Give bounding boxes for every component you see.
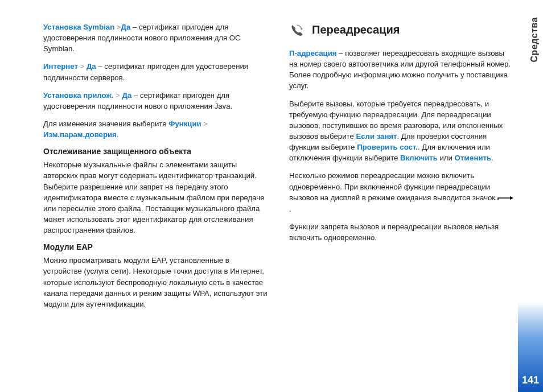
para-eap: Можно просматривать модули EAP, установл… [43,255,269,310]
separator: > [113,91,122,100]
para-forwarding-intro: П-адресация – позволяет переадресовать в… [289,48,515,92]
side-label: Средства [529,17,540,62]
para-change-value: Для изменения значения выберите Функции … [43,118,269,140]
left-column: Установка Symbian >Да – сертификат приго… [43,22,269,316]
para-forward-restrict: Функции запрета вызовов и переадресации … [289,221,515,243]
para-app-install: Установка прилож. > Да – сертификат приг… [43,90,269,112]
side-strip: Средства 141 [518,0,543,392]
heading-eap: Модули EAP [43,242,269,251]
text: . [289,205,291,213]
separator: > [114,23,121,31]
right-column: Переадресация П-адресация – позволяет пе… [289,22,515,316]
link-yes: Да [122,91,131,100]
text: . [491,154,493,162]
svg-marker-1 [510,196,513,200]
link-yes: Да [121,23,131,31]
link-internet: Интернет [43,62,78,71]
page-number: 141 [518,374,543,386]
link-cancel: Отменить [455,154,491,162]
heading-tracking: Отслеживание защищенного объекта [43,147,269,156]
text: Несколько режимов переадресации можно вк… [289,171,497,201]
separator: > [78,62,87,71]
text: Для изменения значения выберите [43,119,168,128]
link-enable: Включить [400,154,438,162]
para-forward-modes: Несколько режимов переадресации можно вк… [289,170,515,214]
para-symbian: Установка Symbian >Да – сертификат приго… [43,22,269,54]
link-change-trust: Изм.парам.доверия [43,130,117,139]
text: или [438,154,455,162]
call-forward-icon [289,23,304,38]
link-if-busy: Если занят [356,132,397,141]
para-internet: Интернет > Да – сертификат пригоден для … [43,61,269,82]
link-check-status: Проверить сост. [357,143,418,151]
forward-indicator-icon [497,193,515,204]
text: . [117,130,119,139]
link-functions: Функции [168,119,201,128]
para-forward-select: Выберите вызовы, которые требуется переа… [289,98,515,164]
link-app-install: Установка прилож. [43,91,113,100]
section-title-row: Переадресация [289,22,515,40]
section-title: Переадресация [312,22,400,40]
link-forwarding: П-адресация [289,49,337,57]
manual-page: Установка Symbian >Да – сертификат приго… [0,0,543,392]
separator: > [201,119,208,128]
link-symbian: Установка Symbian [43,23,114,31]
content-columns: Установка Symbian >Да – сертификат приго… [43,22,516,316]
para-tracking: Некоторые музыкальные файлы с элементами… [43,159,269,236]
link-yes: Да [87,62,96,71]
